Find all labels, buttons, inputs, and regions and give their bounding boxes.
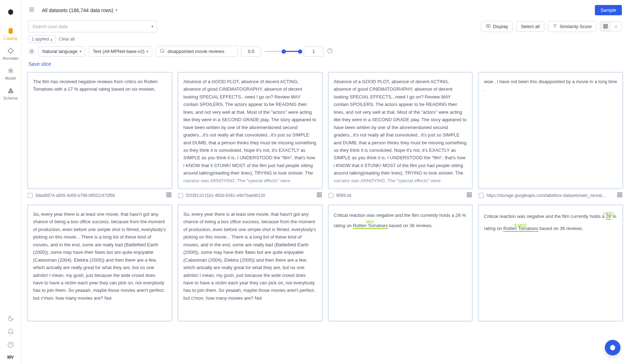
slider-thumb-min[interactable] (282, 49, 286, 54)
svg-rect-22 (167, 195, 169, 197)
threshold-slider[interactable] (265, 48, 300, 55)
result-card[interactable]: wow . i have not been this disappointed … (478, 72, 623, 189)
search-placeholder: Search your data (32, 24, 151, 29)
card-menu-icon[interactable] (166, 192, 172, 199)
grid-view-button[interactable] (600, 22, 611, 31)
model-icon (7, 68, 14, 75)
card-menu-icon[interactable] (316, 192, 322, 199)
min-threshold-input[interactable]: 0.5 (241, 46, 261, 57)
card-text: Absence of a GOOD PLOT, absence of decen… (329, 73, 472, 188)
svg-point-17 (160, 49, 164, 52)
svg-rect-34 (618, 195, 619, 197)
search-icon (160, 48, 165, 54)
slider-thumb-max[interactable] (298, 49, 302, 54)
result-card[interactable]: Critical reaction was negative and the f… (478, 204, 623, 322)
card-text: Critical reaction was negative and the f… (329, 205, 472, 321)
entity-highlight: MISCRotten Tomatoes (353, 223, 388, 228)
card-checkbox[interactable] (178, 193, 183, 198)
similarity-score-button[interactable]: Similarity Score (548, 21, 596, 32)
card-text: Critical reaction was negative and the f… (479, 205, 622, 321)
user-avatar[interactable]: MV (7, 355, 14, 360)
entity-highlight: B-MISCRotten Tomatoes (503, 226, 538, 231)
sidebar-label: Catalog (4, 36, 17, 41)
card-menu-icon[interactable] (617, 192, 623, 199)
svg-rect-23 (169, 195, 171, 197)
applied-filters-tag[interactable]: 1 applied ▴ (28, 35, 55, 43)
sidebar-item-model[interactable]: Model (0, 64, 21, 84)
search-input[interactable]: Search your data ▾ (28, 20, 157, 32)
svg-rect-20 (167, 193, 169, 194)
schema-icon (7, 87, 14, 95)
sidebar: Catalog Annotate Model Schema MV (0, 0, 21, 364)
svg-rect-30 (467, 195, 469, 197)
card-text: Absence of a GOOD PLOT, absence of decen… (178, 73, 322, 188)
svg-rect-32 (618, 193, 619, 194)
chevron-down-icon: ▾ (151, 25, 153, 28)
card-text: wow . i have not been this disappointed … (479, 73, 622, 188)
sidebar-item-schema[interactable]: Schema (0, 84, 21, 104)
svg-rect-13 (606, 27, 607, 28)
query-type-select[interactable]: Natural language ▾ (38, 46, 85, 57)
results-grid: The film has received negative reviews f… (27, 72, 623, 322)
query-input[interactable]: disappointed movie reviews (156, 46, 238, 57)
svg-rect-12 (604, 27, 605, 28)
svg-point-1 (10, 70, 11, 72)
save-slice-link[interactable]: Save slice (28, 61, 51, 67)
card-checkbox[interactable] (329, 193, 334, 198)
theme-toggle-icon[interactable] (7, 315, 14, 323)
svg-rect-25 (320, 193, 321, 194)
card-checkbox[interactable] (479, 193, 484, 198)
card-text: The film has received negative reviews f… (28, 73, 171, 188)
help-icon[interactable] (7, 342, 14, 349)
sample-button[interactable]: Sample (595, 5, 622, 15)
result-card[interactable]: So, every year there is at least one mov… (177, 204, 323, 322)
result-card[interactable]: Absence of a GOOD PLOT, absence of decen… (177, 72, 323, 189)
topbar: All datasets (186,744 data rows) ▾ Sampl… (21, 0, 629, 20)
svg-rect-35 (620, 195, 622, 197)
display-button[interactable]: Display (481, 21, 513, 32)
sidebar-label: Annotate (2, 56, 18, 60)
view-toggle (600, 21, 622, 31)
dismiss-filter-button[interactable]: ✕ (28, 48, 35, 55)
sort-icon (553, 23, 558, 30)
dataset-selector[interactable]: All datasets (186,744 data rows) ▾ (42, 7, 117, 13)
svg-rect-28 (467, 193, 469, 194)
chart-view-button[interactable] (611, 22, 622, 31)
chevron-down-icon: ▾ (116, 8, 117, 12)
svg-rect-21 (169, 193, 171, 194)
notifications-icon[interactable] (7, 328, 14, 336)
eye-icon (486, 23, 491, 30)
model-select[interactable]: Text (All-MPNet-base-v2) ▾ (89, 46, 152, 57)
fab-button[interactable] (605, 340, 620, 355)
menu-icon[interactable] (28, 6, 35, 14)
card-id: 9099.txt (336, 193, 464, 198)
catalog-icon (7, 28, 14, 35)
result-card[interactable]: The film has received negative reviews f… (27, 72, 172, 189)
close-icon: ✕ (30, 49, 33, 54)
result-card[interactable]: Critical reaction was negative and the f… (328, 204, 473, 322)
card-checkbox[interactable] (28, 193, 33, 198)
annotate-icon (7, 48, 14, 55)
svg-rect-33 (620, 193, 622, 194)
svg-rect-24 (317, 193, 319, 194)
svg-rect-26 (317, 195, 319, 197)
sidebar-label: Model (5, 76, 16, 80)
svg-line-18 (163, 52, 164, 53)
card-id: f2039110-f1b1-450d-8361-e9b7baed0130 (186, 193, 314, 198)
svg-point-6 (488, 25, 489, 27)
chevron-down-icon: ▾ (80, 49, 81, 53)
clear-all-link[interactable]: Clear all (59, 37, 75, 42)
svg-rect-11 (606, 25, 607, 26)
result-card[interactable]: Absence of a GOOD PLOT, absence of decen… (328, 72, 473, 189)
help-icon[interactable] (327, 48, 333, 55)
chevron-up-icon: ▴ (50, 37, 52, 41)
sidebar-item-catalog[interactable]: Catalog (0, 24, 21, 44)
card-menu-icon[interactable] (467, 192, 472, 199)
result-card[interactable]: So, every year there is at least one mov… (27, 204, 172, 322)
svg-marker-0 (8, 48, 13, 54)
max-threshold-input[interactable]: 1 (304, 46, 324, 57)
card-id: https://storage.googleapis.com/labelbox-… (486, 193, 614, 198)
select-all-button[interactable]: Select all (516, 21, 544, 32)
chevron-down-icon: ▾ (146, 49, 148, 53)
sidebar-item-annotate[interactable]: Annotate (0, 44, 21, 64)
